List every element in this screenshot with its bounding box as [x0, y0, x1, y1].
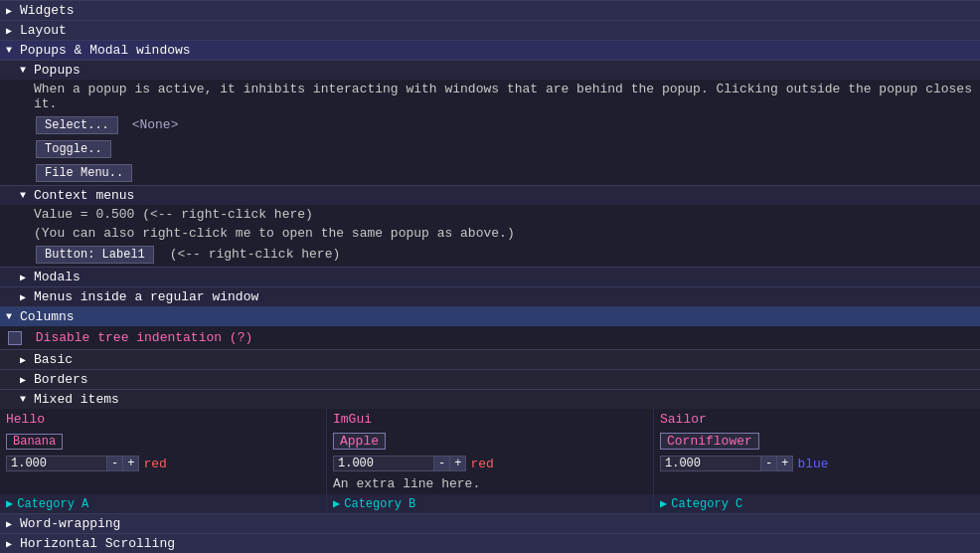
col3-value-input[interactable] — [661, 457, 760, 470]
toggle-row: Toggle.. — [0, 137, 980, 161]
cat-a-label: Category A — [17, 497, 88, 511]
disable-tree-label: Disable tree indentation (?) — [36, 330, 252, 345]
col1-value-input[interactable] — [7, 457, 106, 470]
basic-label: Basic — [34, 352, 73, 367]
widgets-section[interactable]: ▶ Widgets — [0, 0, 980, 20]
modals-label: Modals — [34, 270, 81, 284]
popups-desc-row: When a popup is active, it inhibits inte… — [0, 80, 980, 113]
col3-input-field: - + — [660, 456, 793, 471]
word-wrap-label: Word-wrapping — [20, 516, 120, 531]
select-button[interactable]: Select... — [36, 116, 118, 134]
col1-row4 — [0, 473, 327, 494]
cat-b-arrow: ▶ — [333, 496, 340, 511]
layout-arrow: ▶ — [6, 25, 20, 37]
modals-section[interactable]: ▶ Modals — [0, 267, 980, 286]
widgets-arrow: ▶ — [6, 5, 20, 17]
columns-section-header[interactable]: ▼ Columns — [0, 306, 980, 326]
category-row: ▶ Category A ▶ Category B ▶ Category C — [0, 494, 980, 513]
mixed-items-arrow: ▼ — [20, 394, 34, 405]
basic-section[interactable]: ▶ Basic — [0, 349, 980, 369]
col3-row3: - + blue — [654, 454, 980, 473]
popups-desc-text: When a popup is active, it inhibits inte… — [34, 82, 972, 111]
basic-arrow: ▶ — [20, 354, 34, 366]
popups-arrow: ▼ — [20, 65, 34, 76]
col1-input-field: - + — [6, 456, 139, 471]
col3: Sailor — [654, 409, 980, 430]
columns-arrow: ▼ — [6, 311, 20, 322]
col2-row3: - + red — [327, 454, 654, 473]
columns-data-row4: An extra line here. — [0, 473, 980, 494]
context-value-row: Value = 0.500 (<-- right-click here) — [0, 205, 980, 224]
columns-data-row1: Hello ImGui Sailor — [0, 409, 980, 430]
col3-plus-btn[interactable]: + — [776, 457, 792, 470]
col2-input-field: - + — [333, 456, 466, 471]
disable-tree-checkbox[interactable] — [8, 331, 22, 345]
category-col-a: ▶ Category A — [0, 494, 327, 513]
borders-label: Borders — [34, 372, 88, 387]
popups-modal-arrow: ▼ — [6, 45, 20, 56]
popups-modal-section[interactable]: ▼ Popups & Modal windows — [0, 40, 980, 60]
col1: Hello — [0, 409, 327, 430]
menus-arrow: ▶ — [20, 291, 34, 303]
banana-btn[interactable]: Banana — [6, 434, 63, 450]
col3-color-label: blue — [797, 457, 828, 471]
layout-section[interactable]: ▶ Layout — [0, 20, 980, 40]
corniflower-btn[interactable]: Corniflower — [660, 433, 759, 450]
borders-section[interactable]: ▶ Borders — [0, 369, 980, 389]
word-wrap-section[interactable]: ▶ Word-wrapping — [0, 513, 980, 533]
filemenu-button[interactable]: File Menu.. — [36, 164, 132, 182]
col1-color-label: red — [143, 457, 166, 471]
mixed-items-label: Mixed items — [34, 392, 119, 407]
context-desc-text: (You can also right-click me to open the… — [34, 226, 515, 241]
columns-label: Columns — [20, 309, 75, 324]
toggle-button[interactable]: Toggle.. — [36, 140, 111, 158]
filemenu-row: File Menu.. — [0, 161, 980, 185]
col3-row2: Corniflower — [654, 430, 980, 454]
col2-imgui: ImGui — [333, 411, 647, 428]
col1-value-row: - + red — [6, 456, 320, 471]
cat-c-arrow: ▶ — [660, 496, 667, 511]
category-c-btn[interactable]: ▶ Category C — [660, 496, 974, 511]
context-button-row: Button: Label1 (<-- right-click here) — [0, 243, 980, 267]
disable-tree-row: Disable tree indentation (?) — [0, 326, 980, 349]
col3-sailor: Sailor — [660, 411, 974, 428]
context-menus-section[interactable]: ▼ Context menus — [0, 185, 980, 205]
col1-row3: - + red — [0, 454, 327, 473]
cat-c-label: Category C — [671, 497, 742, 511]
horiz-scroll-arrow: ▶ — [6, 538, 20, 550]
horiz-scroll-section[interactable]: ▶ Horizontal Scrolling — [0, 533, 980, 553]
menus-section[interactable]: ▶ Menus inside a regular window — [0, 286, 980, 306]
category-b-btn[interactable]: ▶ Category B — [333, 496, 647, 511]
col2: ImGui — [327, 409, 654, 430]
cat-a-arrow: ▶ — [6, 496, 13, 511]
col2-value-input[interactable] — [334, 457, 433, 470]
popups-subsection[interactable]: ▼ Popups — [0, 60, 980, 80]
category-a-btn[interactable]: ▶ Category A — [6, 496, 320, 511]
col3-value-row: - + blue — [660, 456, 974, 471]
main-container: ▶ Widgets ▶ Layout ▼ Popups & Modal wind… — [0, 0, 980, 553]
context-button[interactable]: Button: Label1 — [36, 246, 154, 264]
horiz-scroll-label: Horizontal Scrolling — [20, 536, 175, 551]
col2-minus-btn[interactable]: - — [433, 457, 449, 470]
category-col-b: ▶ Category B — [327, 494, 654, 513]
col2-apple: Apple — [333, 432, 647, 451]
context-desc-row: (You can also right-click me to open the… — [0, 224, 980, 243]
popups-label: Popups — [34, 63, 81, 78]
col3-corniflower: Corniflower — [660, 432, 974, 451]
col1-row2: Banana — [0, 430, 327, 454]
right-click-hint: (<-- right-click here) — [170, 247, 341, 262]
col2-plus-btn[interactable]: + — [449, 457, 465, 470]
col2-row2: Apple — [327, 430, 654, 454]
columns-data-row2: Banana Apple Corniflower — [0, 430, 980, 454]
col1-plus-btn[interactable]: + — [122, 457, 138, 470]
apple-btn[interactable]: Apple — [333, 433, 386, 450]
mixed-items-section[interactable]: ▼ Mixed items — [0, 389, 980, 409]
columns-data-row3: - + red - + red - + — [0, 454, 980, 473]
popups-buttons-row: Select... <None> — [0, 113, 980, 137]
menus-label: Menus inside a regular window — [34, 289, 258, 304]
col3-minus-btn[interactable]: - — [760, 457, 776, 470]
widgets-label: Widgets — [20, 3, 75, 18]
word-wrap-arrow: ▶ — [6, 518, 20, 530]
none-label: <None> — [132, 117, 179, 132]
col1-minus-btn[interactable]: - — [106, 457, 122, 470]
